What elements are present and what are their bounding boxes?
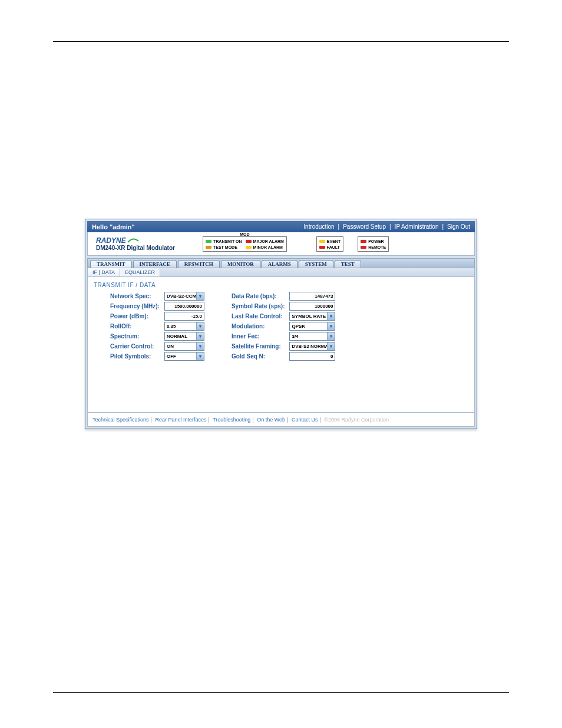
tab-system[interactable]: SYSTEM bbox=[299, 260, 333, 268]
footer-link-tech-spec[interactable]: Technical Specifications bbox=[92, 417, 149, 423]
label-satellite-framing: Satellite Framing: bbox=[232, 342, 285, 351]
led-remote-icon bbox=[361, 246, 366, 249]
status-group-event: EVENT FAULT bbox=[316, 236, 343, 252]
greeting-text: Hello "admin" bbox=[92, 223, 135, 230]
select-pilot-symbols[interactable]: OFF▾ bbox=[164, 352, 204, 361]
tab-rfswitch[interactable]: RFSWITCH bbox=[178, 260, 220, 268]
select-rolloff[interactable]: 0.35▾ bbox=[164, 322, 204, 331]
tab-monitor[interactable]: MONITOR bbox=[221, 260, 260, 268]
link-ip-administration[interactable]: IP Administration bbox=[395, 223, 439, 230]
label-power: Power (dBm): bbox=[110, 312, 160, 321]
subtab-equalizer[interactable]: EQUALIZER bbox=[120, 268, 160, 276]
select-satellite-framing[interactable]: DVB-S2 NORMAL▾ bbox=[289, 342, 335, 351]
footer-link-troubleshooting[interactable]: Troubleshooting bbox=[213, 417, 250, 423]
led-event-label: EVENT bbox=[327, 239, 340, 245]
chevron-down-icon: ▾ bbox=[196, 292, 204, 300]
right-column: Data Rate (bps): Symbol Rate (sps): Last… bbox=[232, 292, 336, 361]
bottom-rule bbox=[53, 692, 509, 693]
led-minor-alarm-icon bbox=[246, 246, 252, 249]
brand-block: RADYNE DM240-XR Digital Modulator bbox=[88, 232, 203, 255]
led-remote-label: REMOTE bbox=[368, 245, 386, 251]
chevron-down-icon: ▾ bbox=[196, 332, 204, 340]
chevron-down-icon: ▾ bbox=[327, 332, 335, 340]
subtab-if-data[interactable]: IF | DATA bbox=[88, 268, 120, 276]
link-sign-out[interactable]: Sign Out bbox=[447, 223, 470, 230]
input-gold-seq[interactable] bbox=[289, 352, 335, 361]
led-event-icon bbox=[319, 240, 325, 243]
label-spectrum: Spectrum: bbox=[110, 332, 160, 341]
led-transmit-on-icon bbox=[206, 240, 211, 243]
footer-links: Technical Specifications| Rear Panel Int… bbox=[87, 413, 475, 427]
link-introduction[interactable]: Introduction bbox=[303, 223, 334, 230]
tab-interface[interactable]: INTERFACE bbox=[133, 260, 177, 268]
led-power-label: POWER bbox=[368, 239, 384, 245]
led-test-mode-icon bbox=[206, 246, 211, 249]
label-symbol-rate: Symbol Rate (sps): bbox=[232, 302, 285, 311]
select-carrier-control[interactable]: ON▾ bbox=[164, 342, 204, 351]
led-major-alarm-icon bbox=[246, 240, 252, 243]
tab-test[interactable]: TEST bbox=[335, 260, 361, 268]
status-groups: MOD TRANSMIT ON TEST MODE MAJOR ALARM MI… bbox=[203, 232, 389, 255]
top-bar: Hello "admin" Introduction | Password Se… bbox=[87, 221, 475, 232]
footer-link-rear-panel[interactable]: Rear Panel Interfaces bbox=[155, 417, 206, 423]
select-network-spec[interactable]: DVB-S2-CCM▾ bbox=[164, 292, 204, 301]
sub-tabs: IF | DATA EQUALIZER bbox=[87, 268, 475, 277]
led-power-icon bbox=[361, 240, 366, 243]
brand-subtitle: DM240-XR Digital Modulator bbox=[96, 245, 203, 251]
select-last-rate[interactable]: SYMBOL RATE▾ bbox=[289, 312, 335, 321]
transmit-panel: TRANSMIT IF / DATA Network Spec: Frequen… bbox=[87, 277, 475, 413]
label-frequency: Frequency (MHz): bbox=[110, 302, 160, 311]
input-data-rate[interactable] bbox=[289, 292, 335, 301]
left-column: Network Spec: Frequency (MHz): Power (dB… bbox=[110, 292, 204, 361]
input-frequency[interactable] bbox=[164, 302, 204, 311]
label-gold-seq: Gold Seq N: bbox=[232, 352, 285, 361]
chevron-down-icon: ▾ bbox=[327, 322, 335, 330]
panel-title: TRANSMIT IF / DATA bbox=[94, 281, 468, 292]
chevron-down-icon: ▾ bbox=[196, 353, 204, 360]
label-network-spec: Network Spec: bbox=[110, 292, 160, 301]
input-symbol-rate[interactable] bbox=[289, 302, 335, 311]
led-major-alarm-label: MAJOR ALARM bbox=[253, 239, 284, 245]
main-tabs: TRANSMIT INTERFACE RFSWITCH MONITOR ALAR… bbox=[87, 258, 475, 268]
select-inner-fec[interactable]: 3/4▾ bbox=[289, 332, 335, 341]
header-strip: RADYNE DM240-XR Digital Modulator MOD TR… bbox=[87, 232, 475, 256]
label-modulation: Modulation: bbox=[232, 322, 285, 331]
led-fault-label: FAULT bbox=[327, 245, 340, 251]
tab-alarms[interactable]: ALARMS bbox=[262, 260, 297, 268]
link-password-setup[interactable]: Password Setup bbox=[343, 223, 386, 230]
brand-swoosh-icon bbox=[127, 238, 139, 243]
top-links: Introduction | Password Setup | IP Admin… bbox=[303, 223, 470, 230]
led-fault-icon bbox=[319, 246, 325, 249]
app-window: Hello "admin" Introduction | Password Se… bbox=[85, 219, 477, 429]
tab-transmit[interactable]: TRANSMIT bbox=[90, 260, 132, 268]
footer-copyright: ©2006 Radyne Corporation bbox=[324, 417, 389, 423]
label-rolloff: RollOff: bbox=[110, 322, 160, 331]
led-minor-alarm-label: MINOR ALARM bbox=[253, 245, 283, 251]
input-power[interactable] bbox=[164, 312, 204, 321]
chevron-down-icon: ▾ bbox=[196, 322, 204, 330]
led-transmit-on-label: TRANSMIT ON bbox=[213, 239, 242, 245]
chevron-down-icon: ▾ bbox=[327, 342, 335, 350]
footer-link-contact-us[interactable]: Contact Us bbox=[292, 417, 318, 423]
label-inner-fec: Inner Fec: bbox=[232, 332, 285, 341]
brand-logo-text: RADYNE bbox=[96, 236, 126, 245]
label-carrier-control: Carrier Control: bbox=[110, 342, 160, 351]
label-last-rate: Last Rate Control: bbox=[232, 312, 285, 321]
brand-logo: RADYNE bbox=[96, 236, 203, 245]
label-pilot-symbols: Pilot Symbols: bbox=[110, 352, 160, 361]
status-group-mod-title: MOD bbox=[238, 232, 251, 236]
status-group-mod: MOD TRANSMIT ON TEST MODE MAJOR ALARM MI… bbox=[203, 236, 287, 252]
led-test-mode-label: TEST MODE bbox=[213, 245, 237, 251]
chevron-down-icon: ▾ bbox=[327, 312, 335, 320]
status-group-power: POWER REMOTE bbox=[358, 236, 389, 252]
label-data-rate: Data Rate (bps): bbox=[232, 292, 285, 301]
select-spectrum[interactable]: NORMAL▾ bbox=[164, 332, 204, 341]
select-modulation[interactable]: QPSK▾ bbox=[289, 322, 335, 331]
top-rule bbox=[53, 41, 509, 42]
chevron-down-icon: ▾ bbox=[196, 342, 204, 350]
footer-link-on-the-web[interactable]: On the Web bbox=[257, 417, 285, 423]
